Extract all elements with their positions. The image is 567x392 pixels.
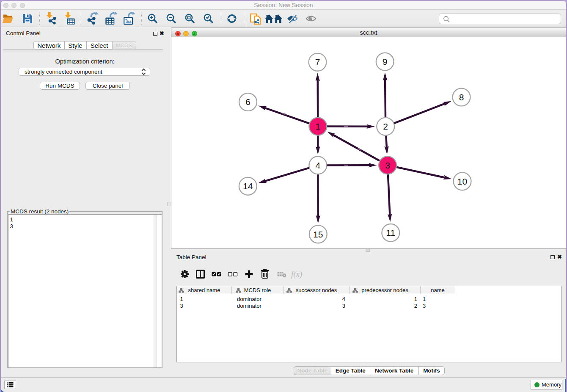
svg-text:1: 1 bbox=[315, 121, 320, 131]
svg-text:3: 3 bbox=[385, 160, 390, 170]
svg-text:7: 7 bbox=[315, 57, 320, 67]
svg-text:8: 8 bbox=[459, 92, 464, 102]
svg-text:11: 11 bbox=[386, 228, 395, 237]
svg-text:15: 15 bbox=[313, 229, 323, 239]
svg-text:f(x): f(x) bbox=[291, 270, 302, 279]
svg-text:9: 9 bbox=[383, 57, 388, 66]
svg-text:2: 2 bbox=[383, 121, 388, 131]
svg-text:4: 4 bbox=[315, 160, 320, 170]
svg-text:6: 6 bbox=[245, 97, 250, 107]
svg-text:14: 14 bbox=[243, 181, 253, 191]
svg-text:10: 10 bbox=[457, 177, 467, 186]
